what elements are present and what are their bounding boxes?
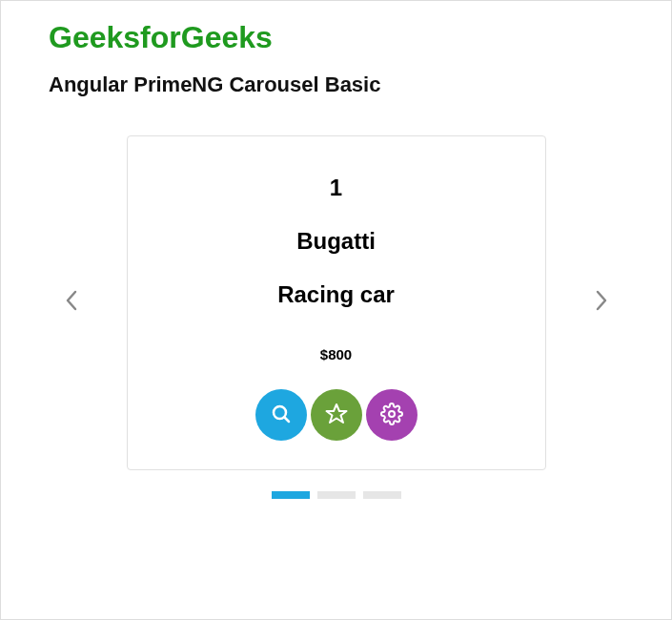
- carousel-indicator-3[interactable]: [363, 491, 401, 499]
- search-icon: [270, 403, 293, 428]
- gear-icon: [380, 403, 403, 428]
- carousel-next-button[interactable]: [584, 286, 619, 320]
- svg-marker-2: [326, 404, 346, 423]
- brand-title: GeeksforGeeks: [49, 20, 623, 55]
- card-actions: [147, 389, 526, 441]
- carousel: 1 Bugatti Racing car $800: [49, 135, 623, 470]
- carousel-indicators: [49, 491, 623, 499]
- card-name: Bugatti: [147, 228, 526, 255]
- search-button[interactable]: [255, 389, 307, 441]
- card-id: 1: [147, 175, 526, 201]
- card-type: Racing car: [147, 281, 526, 308]
- carousel-card: 1 Bugatti Racing car $800: [127, 135, 546, 470]
- chevron-left-icon: [65, 290, 78, 317]
- carousel-prev-button[interactable]: [54, 286, 89, 320]
- card-price: $800: [147, 346, 526, 362]
- chevron-right-icon: [595, 290, 608, 317]
- favorite-button[interactable]: [311, 389, 362, 441]
- page-subtitle: Angular PrimeNG Carousel Basic: [49, 72, 623, 97]
- svg-line-1: [284, 417, 289, 422]
- star-icon: [325, 403, 348, 428]
- svg-point-3: [389, 411, 395, 417]
- carousel-indicator-2[interactable]: [317, 491, 356, 499]
- settings-button[interactable]: [366, 389, 417, 441]
- carousel-indicator-1[interactable]: [272, 491, 310, 499]
